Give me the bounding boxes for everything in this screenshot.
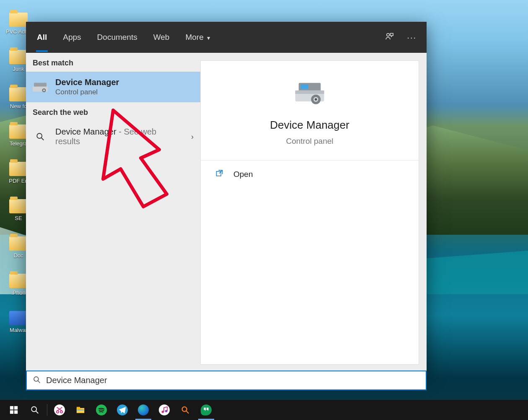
svg-point-24 <box>60 411 63 413</box>
search-input[interactable] <box>46 376 420 385</box>
svg-point-30 <box>182 407 187 412</box>
tab-more-label: More <box>185 33 203 41</box>
start-button[interactable] <box>3 400 24 420</box>
svg-point-0 <box>387 33 390 36</box>
search-icon <box>33 129 48 144</box>
svg-point-4 <box>43 89 45 91</box>
tab-documents[interactable]: Documents <box>96 23 138 52</box>
device-manager-icon <box>33 80 48 95</box>
open-icon <box>215 169 224 179</box>
start-search-field[interactable] <box>26 371 427 390</box>
result-subtitle: Control panel <box>55 88 119 96</box>
taskbar <box>0 400 528 420</box>
tab-web[interactable]: Web <box>153 23 171 52</box>
search-filter-header: All Apps Documents Web More▼ ··· <box>26 22 427 53</box>
action-open[interactable]: Open <box>201 161 419 188</box>
more-options-icon[interactable]: ··· <box>407 33 417 42</box>
svg-point-5 <box>37 133 42 138</box>
svg-rect-17 <box>10 406 13 410</box>
preview-subtitle: Control panel <box>209 137 410 146</box>
svg-point-23 <box>57 411 59 413</box>
svg-rect-20 <box>14 410 18 414</box>
taskbar-hangouts[interactable] <box>196 400 217 420</box>
svg-line-16 <box>38 381 40 383</box>
taskbar-search-button[interactable] <box>24 400 45 420</box>
svg-point-21 <box>31 407 36 412</box>
result-preview-panel: Device Manager Control panel Open <box>200 60 419 365</box>
taskbar-spotify[interactable] <box>91 400 112 420</box>
svg-rect-19 <box>10 410 13 414</box>
taskbar-itunes[interactable] <box>154 400 175 420</box>
tab-more[interactable]: More▼ <box>184 23 212 52</box>
taskbar-separator <box>47 404 47 416</box>
result-title: Device Manager <box>55 78 119 87</box>
action-open-label: Open <box>233 170 253 179</box>
svg-rect-18 <box>14 406 18 410</box>
section-search-web: Search the web <box>26 102 200 121</box>
svg-line-31 <box>186 411 189 414</box>
svg-point-13 <box>315 98 317 101</box>
taskbar-file-explorer[interactable] <box>70 400 91 420</box>
desktop-icons: PVC Adha Junk New fo Telegra PDF Ed SE D… <box>5 13 28 333</box>
chevron-down-icon: ▼ <box>206 35 211 41</box>
device-manager-large-icon <box>292 103 327 110</box>
svg-rect-26 <box>77 407 80 409</box>
tab-all[interactable]: All <box>36 23 48 52</box>
result-device-manager[interactable]: Device Manager Control panel <box>26 72 200 102</box>
taskbar-telegram[interactable] <box>112 400 133 420</box>
svg-line-22 <box>36 411 39 414</box>
start-search-popup: All Apps Documents Web More▼ ··· Best ma… <box>26 22 427 372</box>
taskbar-snip[interactable] <box>49 400 70 420</box>
svg-line-6 <box>41 138 44 140</box>
svg-rect-10 <box>295 91 324 94</box>
search-results-list: Best match Device Manager Control panel … <box>26 53 200 372</box>
preview-title: Device Manager <box>209 119 410 132</box>
search-icon <box>33 376 41 386</box>
web-result-title: Device Manager <box>55 127 116 136</box>
result-web-device-manager[interactable]: Device Manager - See web results › <box>26 121 200 152</box>
tab-apps[interactable]: Apps <box>62 23 82 52</box>
taskbar-edge[interactable] <box>133 400 154 420</box>
svg-rect-27 <box>77 410 84 410</box>
taskbar-app-orange[interactable] <box>175 400 196 420</box>
chevron-right-icon: › <box>191 132 194 141</box>
svg-point-15 <box>34 376 39 381</box>
section-best-match: Best match <box>26 53 200 72</box>
feedback-icon[interactable] <box>384 31 394 44</box>
svg-rect-8 <box>301 84 308 89</box>
